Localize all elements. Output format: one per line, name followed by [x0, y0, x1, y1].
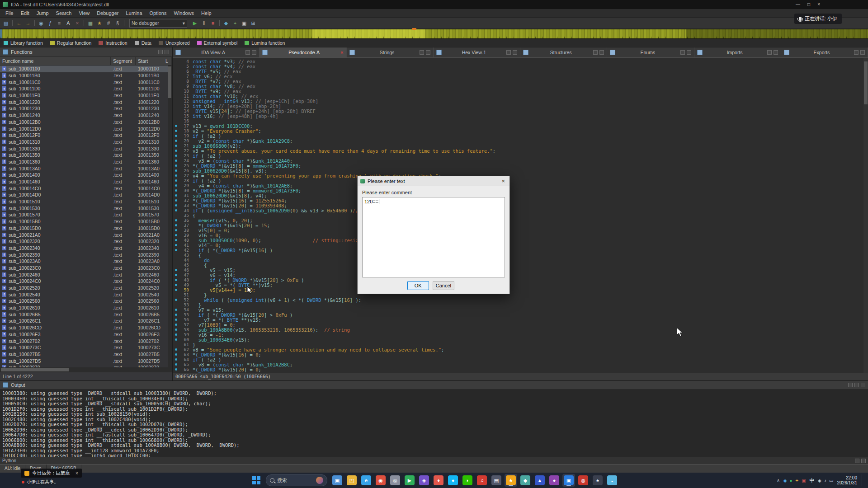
tab-pseudocode-a[interactable]: Pseudocode-A×	[259, 47, 346, 57]
function-row[interactable]: fsub_100026C1.text100026C1	[0, 318, 172, 324]
code-line[interactable]: 16	[173, 118, 868, 123]
taskbar-app-16[interactable]: ●	[548, 474, 561, 487]
code-line[interactable]: 24 v3 = (const char *)&unk_101A2A40;	[173, 158, 868, 163]
debugger-options-icon[interactable]: ▣	[240, 19, 248, 27]
function-row[interactable]: fsub_100027B5.text100027B5	[0, 351, 172, 358]
code-line[interactable]: 61}	[173, 342, 868, 347]
ime-indicator[interactable]: 中	[809, 477, 814, 484]
dock-button[interactable]	[774, 50, 778, 55]
code-line[interactable]: 36 memset(v15, 0, 20);	[173, 218, 868, 223]
code-line[interactable]: 41 v14 = 0;	[173, 243, 868, 248]
dock-button[interactable]	[860, 50, 865, 55]
dock-button[interactable]	[680, 50, 685, 55]
menu-item-options[interactable]: Options	[146, 9, 170, 17]
function-row[interactable]: fsub_10002560.text10002560	[0, 298, 172, 305]
function-row[interactable]: fsub_100011B0.text100011B0	[0, 72, 172, 79]
function-row[interactable]: fsub_10001510.text10001510	[0, 198, 172, 205]
taskbar-app-6[interactable]: ▶	[403, 474, 416, 487]
code-line[interactable]: 59 v16 = -1;	[173, 332, 868, 337]
menu-item-jump[interactable]: Jump	[33, 9, 52, 17]
code-line[interactable]: 38 v15[0] = 0;	[173, 228, 868, 233]
code-line[interactable]: 6_BYTE *v5; // eax	[173, 69, 868, 74]
code-line[interactable]: 32*(_DWORD *)&v15[16] = 1125515264;	[173, 198, 868, 203]
names-icon[interactable]: A	[64, 19, 72, 27]
function-row[interactable]: fsub_10002610.text10002610	[0, 305, 172, 311]
function-row[interactable]: fsub_100013A0.text100013A0	[0, 165, 172, 172]
function-row[interactable]: fsub_100011C0.text100011C0	[0, 79, 172, 85]
code-line[interactable]: 31sub_100620D0(&v15[8], v4);	[173, 193, 868, 198]
function-row[interactable]: fsub_100015B0.text100015B0	[0, 218, 172, 225]
code-line[interactable]: 50 v5[v14++] = 120;	[173, 287, 868, 292]
code-line[interactable]: 11const char *v10; // ecx	[173, 94, 868, 99]
start-process-icon[interactable]: ▶	[191, 19, 199, 27]
code-line[interactable]: 7int v6; // ecx	[173, 74, 868, 79]
dock-button[interactable]	[861, 459, 866, 463]
taskbar-app-12[interactable]: ▤	[490, 474, 503, 487]
code-line[interactable]: 26sub_100620D0(&v15[8], v3);	[173, 168, 868, 173]
function-row[interactable]: fsub_100012B0.text100012B0	[0, 119, 172, 126]
tab-imports[interactable]: Imports	[694, 47, 781, 57]
code-line[interactable]: 39 v16 = 0;	[173, 233, 868, 238]
output-header[interactable]: Output	[0, 381, 868, 389]
code-line[interactable]: 55 if ( *(_DWORD *)&v15[20] > 0xFu )	[173, 312, 868, 317]
stop-process-icon[interactable]: ■	[209, 19, 217, 27]
code-line[interactable]: 28if ( !a2 )	[173, 178, 868, 183]
notification-toast[interactable]: 今日运势：巨蟹座 ×	[21, 469, 82, 478]
close-icon[interactable]: ×	[75, 471, 78, 476]
close-tab-icon[interactable]: ×	[340, 50, 343, 55]
network-icon[interactable]: ◈	[818, 478, 821, 483]
taskbar-search[interactable]: 搜索	[266, 474, 327, 486]
back-icon[interactable]: ←	[15, 19, 23, 27]
function-row[interactable]: fsub_10000100.text10000100	[0, 66, 172, 72]
dock-button[interactable]	[854, 383, 859, 387]
function-row[interactable]: fsub_10001570.text10001570	[0, 211, 172, 218]
function-row[interactable]: fsub_100027D5.text100027D5	[0, 357, 172, 364]
tray-chevron-icon[interactable]: ∧	[777, 478, 780, 483]
function-row[interactable]: fsub_10002870.text10002870	[0, 364, 172, 367]
menu-item-view[interactable]: View	[75, 9, 93, 17]
function-row[interactable]: fsub_100014D0.text100014D0	[0, 192, 172, 198]
scrollbar-thumb[interactable]	[1, 368, 69, 371]
tray-icon-3[interactable]: ✦	[795, 478, 799, 483]
taskbar-app-15[interactable]: ▲	[533, 474, 546, 487]
editor-scrollbar[interactable]	[863, 58, 868, 373]
taskbar-app-18[interactable]: ◍	[577, 474, 590, 487]
menu-item-search[interactable]: Search	[52, 9, 75, 17]
functions-icon[interactable]: ƒ	[46, 19, 54, 27]
pseudocode-view[interactable]: 4const char *v3; // eax5const char *v4; …	[173, 58, 868, 373]
code-line[interactable]: 34if ( (unsigned __int8)sub_10062D90(0) …	[173, 208, 868, 213]
column-header-3[interactable]: Start	[136, 57, 163, 65]
code-line[interactable]: 25*(_DWORD *)&v15[8] = xmmword_101A73F0;	[173, 163, 868, 168]
code-line[interactable]: 35{	[173, 213, 868, 218]
taskbar-app-19[interactable]: ♠	[591, 474, 604, 487]
function-row[interactable]: fsub_10001220.text10001220	[0, 99, 172, 105]
save-icon[interactable]: ▤	[2, 19, 10, 27]
function-row[interactable]: fsub_10002340.text10002340	[0, 245, 172, 252]
ok-button[interactable]: OK	[407, 281, 429, 290]
code-line[interactable]: 60 sub_100034E0(v15);	[173, 337, 868, 342]
output-lines[interactable]: 10003380: using guessed type _DWORD __st…	[0, 389, 868, 457]
taskbar-clock[interactable]: 22:00 2026/1/31	[837, 475, 858, 485]
close-panel-button[interactable]	[165, 50, 169, 54]
code-line[interactable]: 33*(_DWORD *)&v15[20] = 1109393408;	[173, 203, 868, 208]
code-line[interactable]: 37 *(_DWORD *)&v15[20] = 15;	[173, 223, 868, 228]
code-line[interactable]: 53 }	[173, 302, 868, 307]
menu-item-debugger[interactable]: Debugger	[93, 9, 122, 17]
tray-icon-4[interactable]: ▣	[802, 478, 806, 483]
code-line[interactable]: 4const char *v3; // eax	[173, 59, 868, 64]
function-row[interactable]: fsub_10002390.text10002390	[0, 251, 172, 258]
dock-button[interactable]	[158, 50, 163, 54]
code-line[interactable]: 46 v5 = v15;	[173, 267, 868, 272]
dock-button[interactable]	[426, 50, 430, 55]
code-line[interactable]: 14_BYTE v15[24]; // [esp+24h] [ebp-28h] …	[173, 108, 868, 113]
taskbar-app-4[interactable]: ◉	[374, 474, 387, 487]
code-line[interactable]: 8_BYTE *v7; // eax	[173, 79, 868, 84]
cancel-button[interactable]: Cancel	[433, 281, 454, 290]
dock-button[interactable]	[599, 50, 604, 55]
function-row[interactable]: fsub_100023C0.text100023C0	[0, 265, 172, 272]
tray-icon-1[interactable]: ◆	[783, 478, 787, 483]
function-row[interactable]: fsub_100012F0.text100012F0	[0, 132, 172, 139]
function-row[interactable]: fsub_10001530.text10001530	[0, 205, 172, 211]
code-line[interactable]: 49 v5 = *(_BYTE **)v15;	[173, 282, 868, 287]
code-line[interactable]: 23if ( !a2 )	[173, 153, 868, 158]
